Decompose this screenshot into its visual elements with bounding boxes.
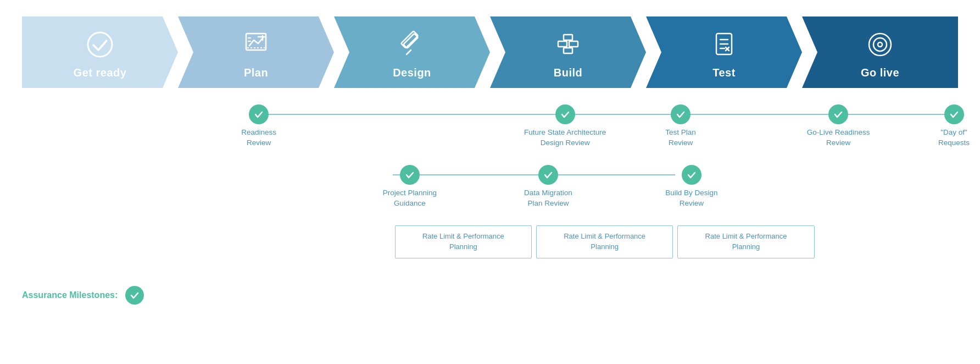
svg-rect-7 xyxy=(403,34,418,48)
golive-icon xyxy=(866,30,894,62)
check-icon xyxy=(538,165,558,185)
phase-test: Test xyxy=(646,16,802,88)
milestone-day-of: "Day of"Requests xyxy=(938,104,970,148)
timeline-row-2: Project PlanningGuidance Data MigrationP… xyxy=(22,165,958,220)
readiness-review-label: ReadinessReview xyxy=(241,128,276,148)
rate-limit-box-2: Rate Limit & PerformancePlanning xyxy=(536,225,673,258)
svg-point-22 xyxy=(869,34,891,56)
build-icon xyxy=(554,30,582,62)
legend-check-icon xyxy=(125,286,144,305)
day-of-label: "Day of"Requests xyxy=(938,128,970,148)
svg-rect-12 xyxy=(564,48,572,53)
timeline-row-3: Rate Limit & PerformancePlanning Rate Li… xyxy=(22,225,958,269)
phase-build: Build xyxy=(490,16,646,88)
check-icon xyxy=(671,104,691,124)
legend: Assurance Milestones: xyxy=(22,286,958,305)
legend-label: Assurance Milestones: xyxy=(22,290,118,300)
get-ready-icon xyxy=(86,30,114,62)
phase-golive: Go live xyxy=(802,16,958,88)
data-migration-label: Data MigrationPlan Review xyxy=(524,188,572,209)
phase-test-label: Test xyxy=(712,67,736,79)
svg-rect-14 xyxy=(569,41,578,47)
svg-line-8 xyxy=(407,50,411,54)
milestone-future-state: Future State ArchitectureDesign Review xyxy=(524,104,606,148)
golive-readiness-label: Go-Live ReadinessReview xyxy=(807,128,870,148)
test-icon xyxy=(710,30,738,62)
milestone-readiness-review: ReadinessReview xyxy=(241,104,276,148)
svg-rect-15 xyxy=(564,35,572,40)
check-icon xyxy=(249,104,269,124)
check-icon xyxy=(400,165,420,185)
timeline-section: ReadinessReview Future State Architectur… xyxy=(22,104,958,269)
check-icon xyxy=(682,165,701,185)
future-state-label: Future State ArchitectureDesign Review xyxy=(524,128,606,148)
phase-golive-label: Go live xyxy=(861,67,899,79)
svg-point-0 xyxy=(88,32,112,57)
milestone-test-plan: Test PlanReview xyxy=(665,104,696,148)
rate-limit-box-1: Rate Limit & PerformancePlanning xyxy=(395,225,532,258)
milestone-data-migration: Data MigrationPlan Review xyxy=(524,165,572,209)
rate-limit-box-3: Rate Limit & PerformancePlanning xyxy=(677,225,814,258)
svg-rect-13 xyxy=(558,41,567,47)
milestone-golive-readiness: Go-Live ReadinessReview xyxy=(807,104,870,148)
phase-banner: Get ready Plan xyxy=(22,16,958,88)
svg-point-23 xyxy=(873,38,887,51)
project-planning-label: Project PlanningGuidance xyxy=(383,188,437,209)
milestone-build-by-design: Build By DesignReview xyxy=(665,165,717,209)
milestone-project-planning: Project PlanningGuidance xyxy=(383,165,437,209)
design-icon xyxy=(398,30,426,62)
timeline-row-1: ReadinessReview Future State Architectur… xyxy=(22,104,958,159)
phase-build-label: Build xyxy=(554,67,583,79)
plan-icon xyxy=(242,30,270,62)
phase-design: Design xyxy=(334,16,490,88)
phase-plan-label: Plan xyxy=(244,67,268,79)
svg-point-24 xyxy=(878,42,882,47)
check-icon xyxy=(944,104,964,124)
check-icon xyxy=(555,104,575,124)
phase-design-label: Design xyxy=(393,67,431,79)
check-icon xyxy=(828,104,848,124)
phase-get-ready-label: Get ready xyxy=(74,67,127,79)
phase-get-ready: Get ready xyxy=(22,16,178,88)
build-by-design-label: Build By DesignReview xyxy=(665,188,717,209)
phase-plan: Plan xyxy=(178,16,334,88)
test-plan-label: Test PlanReview xyxy=(665,128,696,148)
